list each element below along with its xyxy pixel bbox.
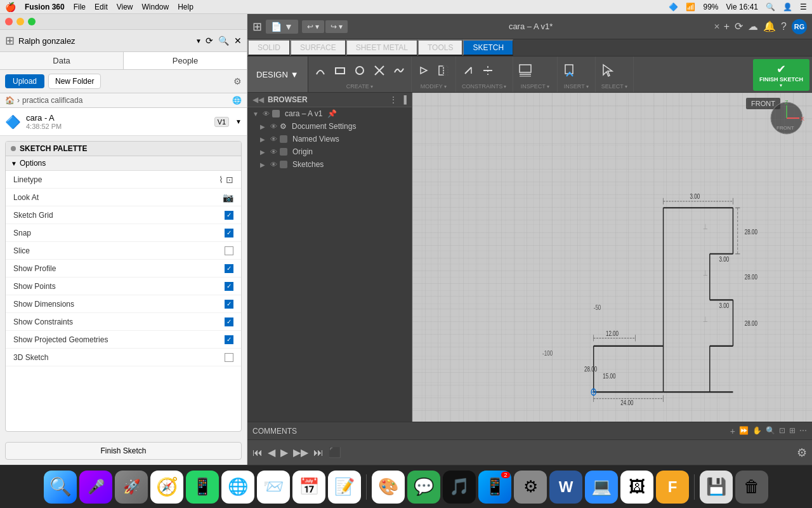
- snap-checkbox[interactable]: ✓: [225, 229, 233, 237]
- tab-solid[interactable]: SOLID: [247, 39, 290, 56]
- collapse-browser-icon[interactable]: ◀◀: [252, 95, 264, 104]
- tab-tools[interactable]: TOOLS: [417, 39, 462, 56]
- 3dsketch-checkbox[interactable]: [225, 353, 233, 362]
- search-icon[interactable]: 🔍: [766, 3, 775, 11]
- doc-button[interactable]: 📄 ▼: [266, 20, 298, 34]
- dock-photos[interactable]: 🎨: [372, 471, 405, 504]
- add-comment-icon[interactable]: +: [730, 426, 735, 436]
- browser-eye-namedviews[interactable]: 👁: [270, 135, 277, 143]
- dock-launchpad[interactable]: 🚀: [115, 471, 148, 504]
- skip-end-icon[interactable]: ⏭: [313, 447, 324, 458]
- nav-display-icon[interactable]: ⊞: [789, 426, 796, 436]
- dock-finder[interactable]: 🔍: [44, 471, 77, 504]
- tab-data[interactable]: Data: [0, 52, 124, 69]
- select-btn1[interactable]: [598, 62, 617, 79]
- undo-button[interactable]: ↩ ▾: [302, 20, 324, 33]
- create-rect-btn[interactable]: [331, 64, 350, 77]
- finish-sketch-palette-button[interactable]: Finish Sketch: [5, 442, 242, 460]
- dock-whatsapp[interactable]: 📱: [186, 471, 219, 504]
- showprofile-checkbox[interactable]: ✓: [225, 264, 233, 273]
- dock-mail[interactable]: 📨: [257, 471, 290, 504]
- apple-menu[interactable]: 🍎: [5, 2, 16, 12]
- lookat-icon[interactable]: 📷: [223, 192, 233, 203]
- browser-item-origin[interactable]: ▶ 👁 Origin: [247, 145, 412, 158]
- sketchgrid-checkbox[interactable]: ✓: [225, 211, 233, 220]
- step-forward-icon[interactable]: ▶▶: [293, 446, 308, 458]
- showprojected-checkbox[interactable]: ✓: [225, 335, 233, 344]
- user-avatar-menu[interactable]: 👤: [783, 3, 792, 11]
- file-version[interactable]: V1: [214, 117, 229, 127]
- menu-fusion360[interactable]: Fusion 360: [25, 3, 65, 11]
- browser-item-namedviews[interactable]: ▶ 👁 Named Views: [247, 133, 412, 145]
- dock-appstore[interactable]: 📱 2: [478, 471, 511, 504]
- slice-checkbox[interactable]: [225, 246, 233, 255]
- dock-reminders[interactable]: 📝: [328, 471, 361, 504]
- showpoints-checkbox[interactable]: ✓: [225, 282, 233, 291]
- dock-siri[interactable]: 🎤: [79, 471, 112, 504]
- user-avatar[interactable]: RG: [792, 19, 807, 34]
- timeline-settings-icon[interactable]: ⚙: [797, 446, 807, 460]
- nav-zoom-icon[interactable]: 🔍: [766, 426, 775, 436]
- nav-play-icon[interactable]: ⏩: [739, 426, 749, 436]
- create-cut-btn[interactable]: [370, 64, 389, 77]
- canvas-area[interactable]: FRONT X Z FRONT: [412, 93, 812, 422]
- version-arrow[interactable]: ▼: [235, 118, 242, 125]
- app-grid-icon[interactable]: ⊞: [252, 20, 262, 34]
- tab-surface[interactable]: SURFACE: [290, 39, 346, 56]
- breadcrumb-item[interactable]: practica calificada: [22, 96, 82, 105]
- tab-people[interactable]: People: [124, 52, 247, 69]
- browser-item-docsettings[interactable]: ▶ 👁 ⚙ Document Settings: [247, 120, 412, 133]
- dock-chrome[interactable]: 🌐: [221, 471, 254, 504]
- timeline-stop-icon[interactable]: ⬛: [329, 446, 341, 458]
- dock-zoom[interactable]: 💻: [585, 471, 618, 504]
- close-window[interactable]: [5, 18, 13, 25]
- dock-preview[interactable]: 🖼: [620, 471, 653, 504]
- dock-safari[interactable]: 🧭: [150, 471, 183, 504]
- dock-trash[interactable]: 🗑: [735, 471, 768, 504]
- showconstraints-checkbox[interactable]: ✓: [225, 318, 233, 326]
- file-item[interactable]: 🔷 cara - A 4:38:52 PM V1 ▼: [0, 108, 247, 136]
- grid-icon[interactable]: ⊞: [5, 34, 15, 48]
- dock-systemprefs[interactable]: ⚙: [514, 471, 547, 504]
- browser-pin-cara[interactable]: 📌: [327, 109, 337, 118]
- globe-icon[interactable]: 🌐: [232, 96, 242, 105]
- browser-options-icon[interactable]: ⋮: [390, 95, 397, 104]
- insert-btn1[interactable]: [560, 62, 579, 79]
- step-back-icon[interactable]: ◀: [268, 446, 275, 458]
- create-arc-btn[interactable]: [311, 64, 330, 77]
- inspect-btn1[interactable]: [516, 62, 535, 79]
- constraint-btn1[interactable]: [459, 64, 478, 77]
- browser-item-cara[interactable]: ▼ 👁 cara – A v1 📌: [247, 107, 412, 120]
- close-panel-icon[interactable]: ✕: [234, 36, 242, 46]
- menu-window[interactable]: Window: [142, 3, 169, 11]
- modify-btn1[interactable]: [414, 64, 433, 77]
- finish-sketch-toolbar-button[interactable]: ✔ FINISH SKETCH ▾: [753, 59, 809, 91]
- design-mode-button[interactable]: DESIGN ▼: [247, 57, 308, 92]
- showdimensions-checkbox[interactable]: ✓: [225, 300, 233, 309]
- browser-item-sketches[interactable]: ▶ 👁 Sketches: [247, 158, 412, 171]
- browser-eye-cara[interactable]: 👁: [263, 110, 270, 117]
- dock-calendar[interactable]: 📅: [292, 471, 325, 504]
- palette-header[interactable]: SKETCH PALETTE: [6, 142, 241, 156]
- menu-help[interactable]: Help: [178, 3, 193, 11]
- dock-word[interactable]: W: [549, 471, 582, 504]
- modify-btn2[interactable]: [434, 64, 453, 77]
- help-icon[interactable]: ?: [781, 21, 787, 32]
- skip-start-icon[interactable]: ⏮: [252, 447, 263, 458]
- browser-eye-sketches[interactable]: 👁: [270, 161, 277, 168]
- dock-facetime[interactable]: 💬: [407, 471, 440, 504]
- browser-collapse-icon[interactable]: ▐: [401, 95, 407, 104]
- nav-pan-icon[interactable]: ✋: [752, 426, 762, 436]
- options-section[interactable]: ▼ Options: [6, 156, 241, 171]
- browser-eye-origin[interactable]: 👁: [270, 148, 277, 156]
- dock-drive[interactable]: 💾: [700, 471, 733, 504]
- menu-file[interactable]: File: [74, 3, 86, 11]
- search-panel-icon[interactable]: 🔍: [218, 36, 229, 46]
- sync-icon[interactable]: ⟳: [735, 20, 743, 32]
- nav-more-icon[interactable]: ⋯: [799, 426, 807, 436]
- tab-sketch[interactable]: SKETCH: [462, 39, 513, 56]
- tab-sheet-metal[interactable]: SHEET METAL: [346, 39, 417, 56]
- home-icon[interactable]: 🏠: [5, 96, 15, 105]
- dock-fusion[interactable]: F: [656, 471, 689, 504]
- account-arrow[interactable]: ▼: [195, 37, 202, 44]
